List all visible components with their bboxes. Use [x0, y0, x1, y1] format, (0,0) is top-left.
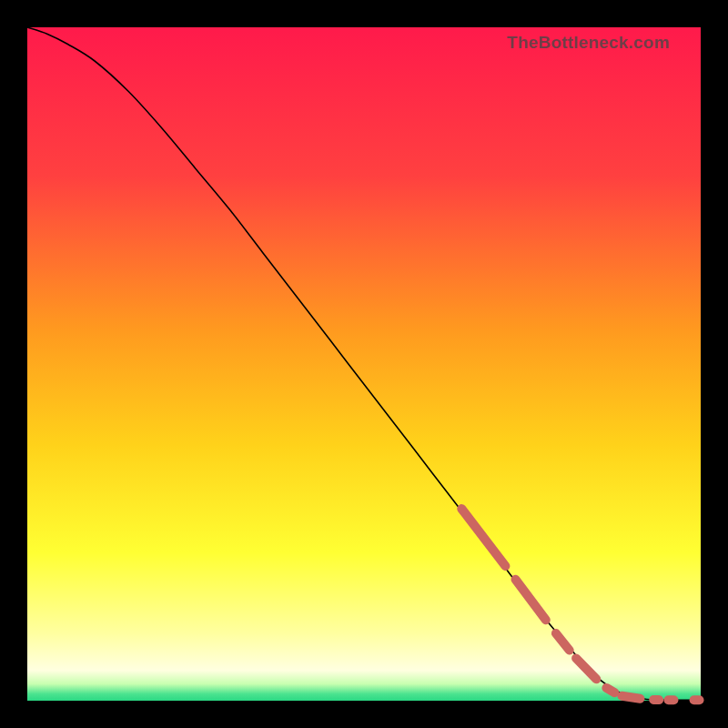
dash-segment: [576, 658, 596, 679]
dash-segment: [556, 633, 570, 651]
main-curve: [27, 27, 701, 700]
dash-overlay: [461, 509, 699, 700]
dash-segment: [461, 509, 505, 566]
watermark-text: TheBottleneck.com: [507, 33, 670, 53]
dash-segment: [516, 580, 546, 620]
dash-segment: [622, 696, 640, 699]
chart-plot-layer: [27, 27, 701, 701]
dash-segment: [606, 688, 614, 693]
chart-frame: TheBottleneck.com: [27, 27, 701, 701]
